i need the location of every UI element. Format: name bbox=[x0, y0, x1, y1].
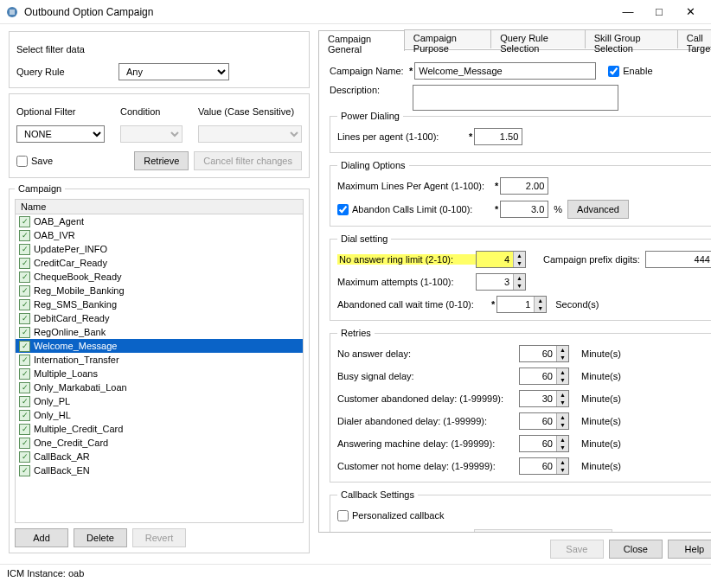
dial-setting-group: Dial setting No answer ring limit (2-10)… bbox=[330, 233, 711, 321]
list-item[interactable]: Only_HL bbox=[16, 408, 303, 422]
list-item[interactable]: One_Credit_Card bbox=[16, 436, 303, 450]
value-select bbox=[198, 125, 302, 143]
retry-spinner[interactable]: ▲▼ bbox=[519, 435, 569, 452]
list-item-label: Multiple_Loans bbox=[34, 368, 98, 379]
retry-row: No answer delay:▲▼Minute(s) bbox=[337, 345, 711, 362]
close-button[interactable]: ✕ bbox=[675, 2, 706, 22]
list-item-label: CreditCar_Ready bbox=[34, 258, 107, 268]
list-item[interactable]: OAB_IVR bbox=[16, 228, 303, 242]
required-marker: * bbox=[409, 66, 413, 76]
maximize-button[interactable]: □ bbox=[644, 2, 675, 22]
prefix-input[interactable] bbox=[645, 251, 711, 268]
retry-label: Dialer abandoned delay: (1-99999): bbox=[337, 416, 519, 426]
list-item-label: One_Credit_Card bbox=[34, 438, 108, 448]
max-attempts-spinner[interactable]: ▲▼ bbox=[476, 273, 526, 291]
campaign-name-input[interactable] bbox=[414, 62, 596, 80]
check-icon bbox=[19, 327, 30, 338]
titlebar: Outbound Option Campaign — □ ✕ bbox=[0, 0, 711, 24]
check-icon bbox=[19, 451, 30, 463]
personal-callback-checkbox[interactable] bbox=[337, 510, 349, 521]
list-item-label: Reg_SMS_Banking bbox=[34, 299, 117, 310]
abandon-limit-checkbox[interactable] bbox=[337, 204, 349, 215]
optional-filter-select[interactable]: NONE bbox=[16, 125, 105, 143]
list-item-label: Only_HL bbox=[34, 410, 71, 420]
help-button[interactable]: Help bbox=[668, 540, 711, 559]
retry-spinner[interactable]: ▲▼ bbox=[519, 390, 569, 407]
retry-label: Busy signal delay: bbox=[337, 371, 519, 381]
list-item[interactable]: RegOnline_Bank bbox=[16, 325, 303, 339]
lpa-input[interactable] bbox=[474, 128, 522, 145]
no-answer-ring-spinner[interactable]: ▲▼ bbox=[476, 251, 526, 268]
list-item[interactable]: ChequeBook_Ready bbox=[16, 270, 303, 284]
list-item[interactable]: OAB_Agent bbox=[16, 214, 303, 228]
power-dialing-group: Power Dialing Lines per agent (1-100): * bbox=[330, 111, 711, 153]
list-item[interactable]: Only_PL bbox=[16, 394, 303, 408]
list-item[interactable]: CallBack_AR bbox=[16, 450, 303, 463]
retry-label: Customer abandoned delay: (1-99999): bbox=[337, 393, 519, 404]
list-item[interactable]: Welcome_Message bbox=[16, 339, 303, 353]
advanced-button[interactable]: Advanced bbox=[567, 200, 629, 219]
check-icon bbox=[19, 355, 30, 366]
list-item[interactable]: DebitCard_Ready bbox=[16, 311, 303, 325]
abandon-wait-spinner[interactable]: ▲▼ bbox=[496, 296, 547, 313]
list-item[interactable]: CallBack_EN bbox=[16, 463, 303, 477]
tab-query-rule-selection[interactable]: Query Rule Selection bbox=[490, 29, 586, 48]
check-icon bbox=[19, 341, 30, 352]
check-icon bbox=[19, 216, 30, 227]
max-lines-input[interactable] bbox=[500, 177, 548, 195]
tab-campaign-purpose[interactable]: Campaign Purpose bbox=[404, 29, 491, 48]
list-item-label: UpdatePer_INFO bbox=[34, 244, 107, 254]
check-icon bbox=[19, 438, 30, 449]
campaign-name-label: Campaign Name: bbox=[330, 66, 407, 76]
delete-button[interactable]: Delete bbox=[74, 528, 127, 547]
abandon-limit-input[interactable] bbox=[500, 201, 548, 218]
filter-save-check[interactable]: Save bbox=[16, 156, 53, 167]
list-item[interactable]: Multiple_Loans bbox=[16, 367, 303, 380]
personal-callback-check[interactable]: Personalized callback bbox=[337, 510, 444, 521]
description-label: Description: bbox=[330, 85, 413, 95]
lpa-label: Lines per agent (1-100): bbox=[337, 131, 467, 142]
tab-campaign-general[interactable]: Campaign General bbox=[318, 30, 405, 51]
query-rule-label: Query Rule bbox=[16, 67, 118, 77]
campaign-list[interactable]: OAB_AgentOAB_IVRUpdatePer_INFOCreditCar_… bbox=[15, 214, 304, 523]
add-button[interactable]: Add bbox=[15, 528, 68, 547]
list-item[interactable]: Reg_SMS_Banking bbox=[16, 297, 303, 311]
retry-spinner[interactable]: ▲▼ bbox=[519, 368, 569, 385]
enable-check[interactable]: Enable bbox=[608, 66, 652, 77]
check-icon bbox=[19, 272, 30, 283]
list-item[interactable]: Multiple_Credit_Card bbox=[16, 422, 303, 436]
list-item[interactable]: Reg_Mobile_Banking bbox=[16, 284, 303, 297]
list-item[interactable]: UpdatePer_INFO bbox=[16, 242, 303, 256]
abandon-wait-label: Abandoned call wait time (0-10): bbox=[337, 299, 490, 310]
retry-row: Busy signal delay:▲▼Minute(s) bbox=[337, 368, 711, 385]
optional-filter-label: Optional Filter bbox=[16, 106, 105, 117]
check-icon bbox=[19, 424, 30, 435]
minimize-button[interactable]: — bbox=[612, 2, 644, 22]
retrieve-button[interactable]: Retrieve bbox=[134, 151, 189, 170]
tab-skill-group-selection[interactable]: Skill Group Selection bbox=[585, 29, 678, 48]
cancel-filter-button: Cancel filter changes bbox=[194, 151, 302, 170]
list-item[interactable]: Internation_Transfer bbox=[16, 353, 303, 367]
retry-row: Dialer abandoned delay: (1-99999):▲▼Minu… bbox=[337, 412, 711, 430]
dialing-options-group: Dialing Options Maximum Lines Per Agent … bbox=[330, 160, 711, 227]
query-rule-select[interactable]: Any bbox=[118, 63, 229, 80]
campaign-list-header[interactable]: Name bbox=[15, 199, 304, 214]
list-item-label: DebitCard_Ready bbox=[34, 313, 109, 323]
retry-row: Answering machine delay: (1-99999):▲▼Min… bbox=[337, 435, 711, 452]
retry-spinner[interactable]: ▲▼ bbox=[519, 412, 569, 430]
list-item[interactable]: Only_Markabati_Loan bbox=[16, 380, 303, 394]
campaign-legend: Campaign bbox=[15, 183, 65, 194]
filter-save-checkbox[interactable] bbox=[16, 156, 28, 167]
abandon-limit-check[interactable]: Abandon Calls Limit (0-100): bbox=[337, 204, 493, 215]
window-title: Outbound Option Campaign bbox=[24, 6, 612, 18]
retries-group: Retries No answer delay:▲▼Minute(s)Busy … bbox=[330, 328, 711, 483]
retry-spinner[interactable]: ▲▼ bbox=[519, 345, 569, 362]
list-item[interactable]: CreditCar_Ready bbox=[16, 256, 303, 270]
retry-label: Answering machine delay: (1-99999): bbox=[337, 438, 519, 449]
enable-checkbox[interactable] bbox=[608, 66, 619, 77]
description-input[interactable] bbox=[413, 85, 618, 111]
close-bottom-button[interactable]: Close bbox=[609, 540, 663, 559]
tab-call-target[interactable]: Call Target bbox=[677, 29, 711, 48]
retry-row: Customer abandoned delay: (1-99999):▲▼Mi… bbox=[337, 390, 711, 407]
retry-spinner[interactable]: ▲▼ bbox=[519, 457, 569, 475]
